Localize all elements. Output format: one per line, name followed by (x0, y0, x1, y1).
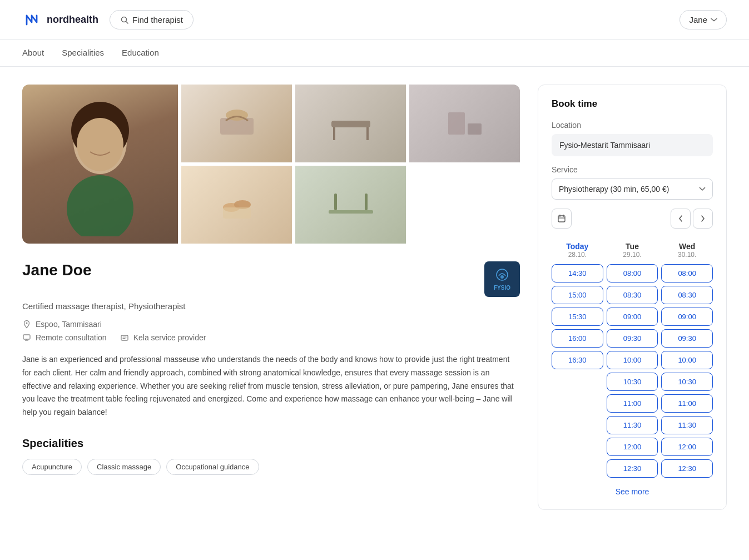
logo-icon (22, 10, 42, 30)
svg-rect-19 (334, 194, 337, 210)
location-label: Location (552, 121, 713, 130)
svg-point-22 (500, 275, 504, 279)
kela-icon (120, 333, 129, 342)
time-slot-col1-10-30[interactable]: 10:30 (607, 373, 658, 391)
time-slot-col2-10-30[interactable]: 10:30 (661, 373, 713, 391)
time-slot-col2-08-00[interactable]: 08:00 (661, 264, 713, 283)
service-label: Service (552, 165, 713, 174)
left-column: Jane Doe FYSIO Certified massage therapi… (22, 85, 520, 510)
time-slot-col1-09-30[interactable]: 09:30 (607, 329, 658, 348)
bio-text: Jane is an experienced and professional … (22, 353, 520, 419)
meta-row: Remote consultation Kela service provide… (22, 333, 520, 342)
logo: nordhealth (22, 10, 98, 30)
col-header-tue: Tue 29.10. (607, 237, 658, 261)
nav-item-specialities[interactable]: Specialities (62, 40, 104, 66)
calendar-icon (557, 214, 566, 223)
book-title: Book time (552, 98, 713, 110)
time-slot-col2-12-30[interactable]: 12:30 (661, 459, 713, 478)
time-row-8: 12:0012:00 (552, 438, 713, 456)
svg-rect-10 (331, 121, 370, 127)
nav-item-about[interactable]: About (22, 40, 44, 66)
time-empty-col0-row7 (552, 416, 603, 434)
time-slot-col1-11-00[interactable]: 11:00 (607, 394, 658, 413)
see-more-link[interactable]: See more (616, 487, 649, 496)
specialities-title: Specialities (22, 437, 520, 450)
room-icon (437, 96, 493, 151)
svg-rect-17 (223, 207, 251, 219)
time-column-headers: Today 28.10. Tue 29.10. Wed 30.10. (552, 237, 713, 261)
booking-panel: Book time Location Fysio-Mestarit Tammis… (538, 85, 727, 510)
gallery-photo-6 (295, 166, 406, 244)
date-nav-arrows (671, 209, 713, 229)
col-day-today: Today (554, 242, 601, 251)
chevron-down-icon (711, 18, 717, 22)
time-slot-col2-11-00[interactable]: 11:00 (661, 394, 713, 413)
time-row-2: 15:3009:0009:00 (552, 308, 713, 326)
col-date-tue: 29.10. (609, 251, 656, 259)
profile-meta: Espoo, Tammisaari Remote consultation (22, 320, 520, 342)
time-slot-col2-11-30[interactable]: 11:30 (661, 416, 713, 434)
profile-header: Jane Doe FYSIO (22, 261, 520, 297)
svg-rect-24 (23, 335, 30, 339)
time-slot-col1-10-00[interactable]: 10:00 (607, 351, 658, 369)
col-date-wed: 30.10. (663, 251, 711, 259)
remote-text: Remote consultation (36, 333, 107, 342)
user-name-label: Jane (689, 15, 707, 24)
svg-point-6 (77, 118, 123, 171)
find-therapist-button[interactable]: Find therapist (110, 10, 194, 29)
person-silhouette (56, 92, 145, 236)
time-slot-col2-09-30[interactable]: 09:30 (661, 329, 713, 348)
location-icon (22, 320, 31, 329)
main-content: Jane Doe FYSIO Certified massage therapi… (0, 67, 749, 528)
time-slot-col1-12-30[interactable]: 12:30 (607, 459, 658, 478)
see-more-section: See more (552, 487, 713, 496)
service-select[interactable]: Physiotherapy (30 min, 65,00 €) (552, 179, 713, 200)
gallery-photo-4 (409, 85, 520, 162)
time-empty-col0-row6 (552, 394, 603, 413)
time-slot-col1-09-00[interactable]: 09:00 (607, 308, 658, 326)
user-menu-button[interactable]: Jane (679, 10, 727, 29)
gallery-photo-5 (181, 166, 292, 244)
gallery-photo-3 (295, 85, 406, 162)
calendar-icon-button[interactable] (552, 209, 572, 229)
search-icon (120, 16, 129, 24)
time-slot-col0-15-30[interactable]: 15:30 (552, 308, 603, 326)
svg-rect-27 (121, 335, 128, 340)
profile-name: Jane Doe (22, 261, 92, 279)
header: nordhealth Find therapist Jane (0, 0, 749, 40)
time-slot-col1-11-30[interactable]: 11:30 (607, 416, 658, 434)
profile-title: Certified massage therapist, Physiothera… (22, 301, 520, 311)
time-slot-col1-08-00[interactable]: 08:00 (607, 264, 658, 283)
specialities-tags: Acupuncture Classic massage Occupational… (22, 459, 520, 475)
time-row-6: 11:0011:00 (552, 394, 713, 413)
svg-point-23 (26, 323, 28, 324)
clinic-badge-label: FYSIO (494, 285, 510, 291)
time-slot-col0-15-00[interactable]: 15:00 (552, 286, 603, 304)
prev-date-button[interactable] (671, 209, 691, 229)
gym-icon (323, 177, 379, 232)
book-time-card: Book time Location Fysio-Mestarit Tammis… (538, 85, 727, 510)
remote-icon (22, 333, 31, 342)
time-slot-col2-09-00[interactable]: 09:00 (661, 308, 713, 326)
col-header-wed: Wed 30.10. (661, 237, 713, 261)
time-slot-col1-08-30[interactable]: 08:30 (607, 286, 658, 304)
time-slots-grid: 14:3008:0008:0015:0008:3008:3015:3009:00… (552, 264, 713, 478)
time-slot-col2-08-30[interactable]: 08:30 (661, 286, 713, 304)
nav-item-education[interactable]: Education (122, 40, 159, 66)
col-header-today: Today 28.10. (552, 237, 603, 261)
time-slot-col2-12-00[interactable]: 12:00 (661, 438, 713, 456)
clinic-logo-icon (493, 268, 511, 284)
col-date-today: 28.10. (554, 251, 601, 259)
time-slot-col0-14-30[interactable]: 14:30 (552, 264, 603, 283)
time-slot-col0-16-00[interactable]: 16:00 (552, 329, 603, 348)
next-date-button[interactable] (693, 209, 713, 229)
time-row-7: 11:3011:30 (552, 416, 713, 434)
time-slot-col0-16-30[interactable]: 16:30 (552, 351, 603, 369)
time-slot-col2-10-00[interactable]: 10:00 (661, 351, 713, 369)
time-row-3: 16:0009:3009:30 (552, 329, 713, 348)
time-slot-col1-12-00[interactable]: 12:00 (607, 438, 658, 456)
time-row-0: 14:3008:0008:00 (552, 264, 713, 283)
location-value: Fysio-Mestarit Tammisaari (552, 134, 713, 156)
svg-line-2 (126, 21, 128, 23)
chevron-left-icon (678, 215, 683, 222)
